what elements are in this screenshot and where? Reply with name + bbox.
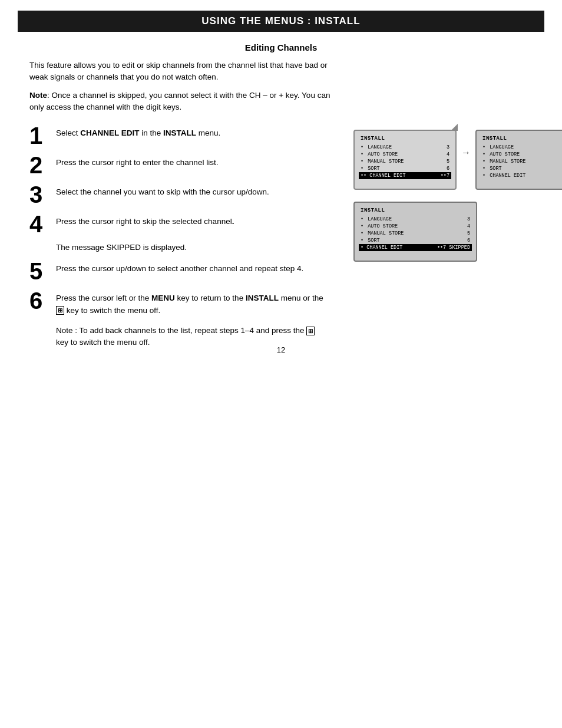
step-2: 2 Press the cursor right to enter the ch… [29, 153, 342, 177]
screen3-item-manualstore: • MANUAL STORE5 [361, 230, 470, 237]
screen1: INSTALL • LANGUAGE3 • AUTO STORE4 • MANU… [353, 130, 457, 190]
screen3-item-autostore: • AUTO STORE4 [361, 223, 470, 230]
step-6-number: 6 [29, 289, 56, 312]
step-4-sub: The message SKIPPED is displayed. [56, 242, 327, 253]
screen1-item-language: • LANGUAGE3 [361, 144, 449, 151]
screen1-item-channeledit: •• CHANNEL EDIT••7 [359, 172, 451, 179]
step-2-content: Press the cursor right to enter the chan… [56, 153, 218, 169]
page-header: Using the Menus : Install [18, 11, 544, 32]
screen3-item-channeledit: • CHANNEL EDIT••7 SKIPPED [359, 244, 472, 251]
screen2: INSTALL • LANGUAGE3 • AUTO STORE4 • MANU… [475, 130, 562, 190]
screen2-title: INSTALL [482, 136, 562, 141]
screen2-item-channeledit: • CHANNEL EDIT••7 [482, 172, 562, 179]
step-6-content: Press the cursor left or the MENU key to… [56, 289, 327, 317]
note2-label: Note [56, 326, 73, 335]
step-6: 6 Press the cursor left or the MENU key … [29, 289, 342, 317]
screens-top-row: INSTALL • LANGUAGE3 • AUTO STORE4 • MANU… [353, 130, 562, 190]
screen1-item-autostore: • AUTO STORE4 [361, 151, 449, 158]
step-1-number: 1 [29, 124, 56, 147]
step-5-content: Press the cursor up/down to select anoth… [56, 259, 303, 275]
steps-left: 1 Select CHANNEL EDIT in the INSTALL men… [29, 124, 342, 348]
screen1-wrapper: INSTALL • LANGUAGE3 • AUTO STORE4 • MANU… [353, 130, 457, 190]
screen3-title: INSTALL [361, 207, 470, 213]
note-bottom: Note : To add back channels to the list,… [56, 325, 327, 349]
intro-text: This feature allows you to edit or skip … [29, 60, 342, 84]
screen3-wrapper: INSTALL • LANGUAGE3 • AUTO STORE4 • MANU… [353, 202, 562, 262]
page-content: Editing Channels This feature allows you… [0, 32, 562, 366]
screen2-item-manualstore: • MANUAL STORE5 [482, 158, 562, 165]
step-3: 3 Select the channel you want to skip wi… [29, 183, 342, 206]
screen2-item-language: • LANGUAGE3 [482, 144, 562, 151]
section-title: Editing Channels [29, 42, 533, 52]
screen1-item-manualstore: • MANUAL STORE5 [361, 158, 449, 165]
note1-text: : Once a channel is skipped, you cannot … [29, 91, 330, 111]
step-5-number: 5 [29, 259, 56, 283]
screen2-item-autostore: • AUTO STORE4 [482, 151, 562, 158]
page-number: 12 [277, 345, 285, 354]
step-4-number: 4 [29, 212, 56, 236]
steps-container: 1 Select CHANNEL EDIT in the INSTALL men… [29, 124, 533, 348]
note1: Note: Once a channel is skipped, you can… [29, 90, 342, 114]
menu-icon-2: ⊞ [306, 327, 315, 335]
note2-text: : To add back channels to the list, repe… [56, 326, 315, 347]
step-1-content: Select CHANNEL EDIT in the INSTALL menu. [56, 124, 220, 139]
menu-icon-1: ⊞ [56, 306, 64, 315]
step-2-number: 2 [29, 153, 56, 177]
screen3: INSTALL • LANGUAGE3 • AUTO STORE4 • MANU… [353, 202, 477, 262]
step-1: 1 Select CHANNEL EDIT in the INSTALL men… [29, 124, 342, 147]
step-4-content: Press the cursor right to skip the selec… [56, 212, 234, 228]
steps-right: INSTALL • LANGUAGE3 • AUTO STORE4 • MANU… [342, 124, 562, 348]
step-3-content: Select the channel you want to skip with… [56, 183, 269, 198]
screen3-item-language: • LANGUAGE3 [361, 216, 470, 223]
step-4: 4 Press the cursor right to skip the sel… [29, 212, 342, 236]
step-3-number: 3 [29, 183, 56, 206]
screen2-item-sort: • SORT6 [482, 165, 562, 172]
screen1-item-sort: • SORT6 [361, 165, 449, 172]
screen1-title: INSTALL [361, 136, 449, 141]
screen2-wrapper: INSTALL • LANGUAGE3 • AUTO STORE4 • MANU… [475, 130, 562, 190]
step-5: 5 Press the cursor up/down to select ano… [29, 259, 342, 283]
page-title: Using the Menus : Install [29, 15, 533, 27]
note1-label: Note [29, 91, 47, 100]
screen3-item-sort: • SORT6 [361, 237, 470, 244]
arrow-right-1: → [461, 130, 471, 158]
